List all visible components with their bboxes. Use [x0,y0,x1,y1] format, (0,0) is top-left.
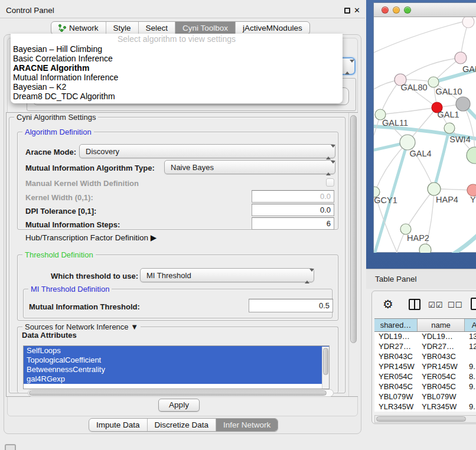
node-attribute-table[interactable]: shared…nameAYDL19…YDL19…13YDR27…YDR27…12… [374,318,476,412]
node-label: GAL1 [437,110,459,119]
dpi-tolerance-label: DPI Tolerance [0,1]: [25,207,96,216]
table-cell [465,392,476,402]
kernel-width-field[interactable]: 0.0 [252,190,334,203]
aracne-mode-value: Discovery [86,147,119,156]
combo-stepper-icon [305,272,310,281]
table-cell: 9. [465,382,476,392]
tab-discretize-data[interactable]: Discretize Data [147,419,216,431]
tab-jactivemnodules[interactable]: jActiveMNodules [235,22,309,34]
kernel-width-label: Kernel Width (0,1): [25,193,93,202]
tab-select[interactable]: Select [138,22,175,34]
tab-network[interactable]: Network [51,22,106,34]
attribute-item[interactable]: BetweennessCentrality [24,365,329,374]
attribute-item[interactable]: SelfLoops [24,346,329,356]
network-window[interactable]: GALGAL80GAL10GAL1GAL11SWI4GAL4GCY1HAP4YH… [373,2,476,253]
table-row[interactable]: YLR345WYLR345W9. [374,402,476,412]
table-panel: ⚙ ☑☑ ☐☐ shared…nameAYDL19…YDL19…13YDR27…… [371,291,476,424]
mi-steps-label: Mutual Information Steps: [25,220,120,229]
table-cell: YBR045C [418,382,465,392]
apply-button[interactable]: Apply [158,399,200,412]
table-cell: YBR043C [374,352,418,362]
gear-icon[interactable]: ⚙ [383,297,393,311]
control-panel-title: Control Panel [6,6,54,15]
algorithm-dropdown-popup: Select algorithm to view settings Bayesi… [11,34,343,103]
float-window-icon[interactable] [344,8,350,14]
network-graph: GALGAL80GAL10GAL1GAL11SWI4GAL4GCY1HAP4YH… [374,17,476,253]
combo-stepper-icon [345,63,350,71]
table-row[interactable]: YER054CYER054C8. [374,372,476,382]
deselect-all-icon[interactable]: ☐☐ [448,301,462,309]
file-icon[interactable] [471,298,476,310]
algorithm-option[interactable]: Dream8 DC_TDC Algorithm [11,92,343,101]
sources-title[interactable]: Sources for Network Inference ▼ [22,322,141,331]
algorithm-option[interactable]: Bayesian – K2 [11,82,343,92]
expanded-arrow-icon: ▼ [131,322,138,331]
aracne-mode-combo[interactable]: Discovery [79,144,335,158]
manual-kernel-checkbox[interactable] [326,178,334,187]
network-window-titlebar[interactable] [374,3,476,17]
network-node[interactable] [419,244,431,253]
table-row[interactable]: YBL079WYBL079W [374,392,476,402]
network-node-gal10[interactable] [428,77,439,87]
tab-cyni-toolbox[interactable]: Cyni Toolbox [175,22,235,34]
settings-vscrollbar[interactable] [348,113,358,396]
tab-impute-data[interactable]: Impute Data [89,419,147,431]
data-attributes-list[interactable]: SelfLoopsTopologicalCoefficientBetweenne… [23,345,330,389]
mac-close-icon[interactable] [382,6,389,14]
network-icon [58,24,66,32]
threshold-definition-title: Threshold Definition [22,250,96,259]
table-cell: YDR27… [374,342,418,352]
control-panel-tab-bar: NetworkStyleSelectCyni ToolboxjActiveMNo… [51,21,310,35]
mac-minimize-icon[interactable] [393,6,400,14]
dpi-tolerance-field[interactable]: 0.0 [252,204,334,216]
mi-threshold-label: Mutual Information Threshold: [29,302,140,311]
algorithm-option[interactable]: Bayesian – Hill Climbing [11,44,343,54]
network-node[interactable] [456,97,470,111]
column-browser-icon[interactable] [409,299,420,310]
mac-zoom-icon[interactable] [404,6,411,14]
select-all-icon[interactable]: ☑☑ [428,301,443,309]
network-node[interactable] [462,17,474,28]
table-cell: YBL079W [418,392,465,402]
network-node-gal[interactable] [455,52,467,64]
float-panel-icon[interactable] [5,444,16,450]
attribute-item[interactable]: TopologicalCoefficient [24,356,329,365]
algorithm-option[interactable]: Mutual Information Inference [11,73,343,82]
column-header[interactable]: A [465,319,476,331]
which-threshold-combo[interactable]: MI Threshold [140,268,314,282]
algorithm-option[interactable]: Basic Correlation Inference [11,54,343,63]
attribute-item[interactable]: gal4RGexp [24,374,329,384]
table-hscrollbar[interactable] [374,415,476,423]
table-cell: YLR345W [374,402,418,412]
algorithm-option[interactable]: ARACNE Algorithm [11,63,343,73]
table-row[interactable]: YDR27…YDR27…12 [374,342,476,352]
node-label: GAL80 [400,83,427,92]
tab-infer-network[interactable]: Infer Network [216,419,278,431]
network-node-swi4[interactable] [444,123,455,133]
table-row[interactable]: YBR043CYBR043C [374,352,476,362]
tab-style[interactable]: Style [106,22,138,34]
table-panel-titlebar: Table Panel [366,269,476,289]
network-node[interactable] [467,147,476,164]
mi-threshold-field[interactable]: 0.5 [249,299,333,312]
mi-steps-field[interactable]: 6 [252,217,334,230]
network-canvas[interactable]: GALGAL80GAL10GAL1GAL11SWI4GAL4GCY1HAP4YH… [374,17,476,253]
table-cell: 9. [465,362,476,372]
data-attributes-label: Data Attributes [22,331,77,340]
node-label: GAL4 [409,149,431,158]
attributes-scrollbar[interactable] [322,347,329,389]
table-row[interactable]: YPR145WYPR145W9. [374,362,476,372]
table-row[interactable]: YBR045CYBR045C9. [374,382,476,392]
hub-definition-toggle[interactable]: Hub/Transcription Factor Definition ▶ [25,233,157,242]
network-node-hap4[interactable] [428,182,441,195]
column-header[interactable]: shared… [374,319,418,331]
app-root: Control Panel ✕ NetworkStyleSelectCyni T… [0,0,476,450]
node-label: SWI4 [449,135,470,144]
column-header[interactable]: name [418,319,465,331]
mi-type-combo[interactable]: Naive Bayes [164,160,335,174]
network-node-gal4[interactable] [400,135,415,150]
close-icon[interactable]: ✕ [354,6,360,15]
network-node-y[interactable] [467,184,476,196]
table-row[interactable]: YDL19…YDL19…13 [374,332,476,342]
settings-hscrollbar[interactable] [28,389,334,397]
